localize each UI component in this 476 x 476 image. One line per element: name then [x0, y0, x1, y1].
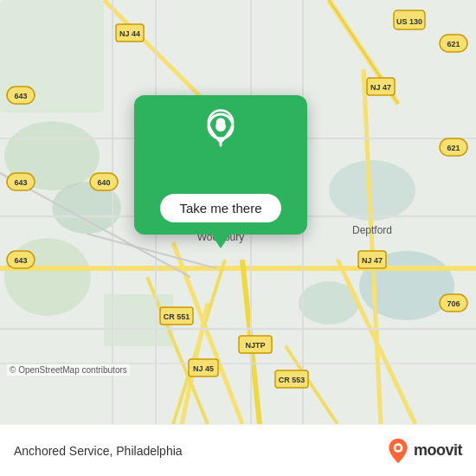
svg-text:Deptford: Deptford [352, 224, 392, 236]
moovit-logo: moovit [386, 437, 462, 465]
svg-point-65 [216, 118, 226, 127]
location-popup: Take me there [134, 95, 307, 235]
moovit-wordmark: moovit [414, 441, 462, 460]
svg-text:CR 551: CR 551 [164, 312, 190, 321]
svg-text:NJ 45: NJ 45 [193, 364, 214, 373]
svg-text:621: 621 [447, 144, 460, 152]
svg-text:643: 643 [14, 256, 27, 265]
location-pin-icon [202, 107, 240, 145]
svg-text:NJTP: NJTP [245, 341, 265, 350]
svg-text:US 130: US 130 [396, 17, 422, 26]
svg-text:621: 621 [447, 40, 460, 48]
svg-text:640: 640 [97, 178, 110, 187]
svg-text:706: 706 [447, 299, 460, 308]
moovit-pin-icon [386, 437, 410, 465]
take-me-there-button[interactable]: Take me there [160, 194, 280, 222]
svg-text:643: 643 [14, 178, 27, 187]
svg-text:NJ 47: NJ 47 [370, 83, 391, 92]
service-label: Anchored Service, Philadelphia [14, 444, 183, 458]
svg-point-67 [396, 445, 400, 449]
map-container: US 130 NJ 44 NJ 47 NJ 47 621 621 643 643… [0, 0, 476, 424]
svg-text:643: 643 [14, 92, 27, 100]
svg-point-7 [4, 238, 91, 316]
svg-text:NJ 44: NJ 44 [119, 29, 140, 38]
svg-text:CR 553: CR 553 [279, 376, 306, 384]
svg-text:NJ 47: NJ 47 [362, 256, 383, 265]
footer-bar: Anchored Service, Philadelphia moovit [0, 424, 476, 476]
map-copyright: © OpenStreetMap contributors [7, 364, 130, 376]
